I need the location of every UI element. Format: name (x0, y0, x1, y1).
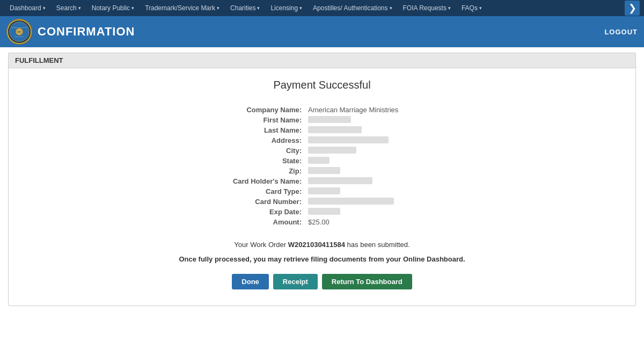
nav-charities-arrow: ▾ (257, 5, 260, 11)
nav-dashboard-label: Dashboard (10, 4, 41, 12)
nav-search[interactable]: Search ▾ (51, 0, 86, 16)
field-label-amount: Amount: (220, 217, 306, 227)
work-order-message: Your Work Order W2021030411584 has been … (25, 241, 619, 249)
done-button[interactable]: Done (232, 274, 269, 289)
payment-info-table: Company Name: American Marriage Ministri… (220, 105, 424, 227)
fulfillment-body: Payment Successful Company Name: America… (9, 68, 635, 306)
table-row: Card Holder's Name: (220, 176, 424, 186)
blurred-value (308, 198, 394, 205)
field-value-city (306, 146, 424, 156)
field-value-company: American Marriage Ministries (306, 105, 424, 115)
nav-charities-label: Charities (230, 4, 255, 12)
nav-trademark-label: Trademark/Service Mark (145, 4, 215, 12)
nav-dashboard[interactable]: Dashboard ▾ (4, 0, 51, 16)
field-value-state (306, 156, 424, 166)
top-navigation: Dashboard ▾ Search ▾ Notary Public ▾ Tra… (0, 0, 644, 16)
nav-notary-arrow: ▾ (131, 5, 134, 11)
fulfillment-container: FULFILLMENT Payment Successful Company N… (8, 53, 636, 306)
field-label-firstname: First Name: (220, 115, 306, 125)
blurred-value (308, 177, 372, 184)
blurred-value (308, 187, 340, 194)
nav-licensing-label: Licensing (270, 4, 298, 12)
nav-apostilles-arrow: ▾ (390, 5, 392, 11)
nav-notary-label: Notary Public (92, 4, 130, 12)
nav-apostilles[interactable]: Apostilles/ Authentications ▾ (308, 0, 397, 16)
table-row: Amount: $25.00 (220, 217, 424, 227)
nav-apostilles-label: Apostilles/ Authentications (313, 4, 387, 12)
field-label-address: Address: (220, 135, 306, 146)
field-value-cardtype (306, 186, 424, 197)
work-order-prefix: Your Work Order (234, 241, 288, 249)
nav-search-label: Search (56, 4, 77, 12)
field-label-cardholder: Card Holder's Name: (220, 176, 306, 186)
return-to-dashboard-button[interactable]: Return To Dashboard (322, 274, 412, 289)
field-label-city: City: (220, 146, 306, 156)
nav-right-scroll[interactable]: ❯ (625, 1, 640, 16)
field-label-zip: Zip: (220, 166, 306, 176)
field-value-cardnumber (306, 197, 424, 207)
nav-trademark[interactable]: Trademark/Service Mark ▾ (140, 0, 225, 16)
nav-faqs-label: FAQs (462, 4, 478, 12)
action-buttons: Done Receipt Return To Dashboard (25, 274, 619, 289)
blurred-value (308, 116, 351, 123)
field-value-address (306, 135, 424, 146)
table-row: Card Number: (220, 197, 424, 207)
field-value-zip (306, 166, 424, 176)
receipt-button[interactable]: Receipt (273, 274, 318, 289)
field-label-cardnumber: Card Number: (220, 197, 306, 207)
field-value-lastname (306, 125, 424, 135)
field-label-state: State: (220, 156, 306, 166)
logout-button[interactable]: LOGOUT (604, 28, 638, 36)
nav-notary-public[interactable]: Notary Public ▾ (86, 0, 140, 16)
table-row: Card Type: (220, 186, 424, 197)
table-row: Company Name: American Marriage Ministri… (220, 105, 424, 115)
blurred-value (308, 167, 340, 174)
svg-text:WV: WV (17, 31, 21, 33)
blurred-value (308, 208, 340, 215)
table-row: State: (220, 156, 424, 166)
nav-search-arrow: ▾ (78, 5, 81, 11)
field-value-amount: $25.00 (306, 217, 424, 227)
table-row: Exp Date: (220, 207, 424, 217)
page-header: SECRETARY OF STATE WEST VIRGINIA WV CONF… (0, 16, 644, 47)
field-label-expdate: Exp Date: (220, 207, 306, 217)
field-value-firstname (306, 115, 424, 125)
work-order-number: W2021030411584 (288, 241, 345, 249)
nav-licensing-arrow: ▾ (299, 5, 302, 11)
field-value-cardholder (306, 176, 424, 186)
payment-title: Payment Successful (25, 79, 619, 91)
field-label-company: Company Name: (220, 105, 306, 115)
once-processed-message: Once fully processed, you may retrieve f… (25, 255, 619, 263)
nav-dashboard-arrow: ▾ (43, 5, 46, 11)
state-seal-logo: SECRETARY OF STATE WEST VIRGINIA WV (6, 19, 32, 45)
svg-text:WEST VIRGINIA: WEST VIRGINIA (14, 36, 24, 38)
page-title: CONFIRMATION (38, 25, 135, 39)
nav-licensing[interactable]: Licensing ▾ (265, 0, 308, 16)
blurred-value (308, 126, 362, 133)
nav-trademark-arrow: ▾ (217, 5, 219, 11)
table-row: First Name: (220, 115, 424, 125)
table-row: Address: (220, 135, 424, 146)
blurred-value (308, 157, 330, 164)
field-label-lastname: Last Name: (220, 125, 306, 135)
work-order-suffix: has been submitted. (345, 241, 410, 249)
field-label-cardtype: Card Type: (220, 186, 306, 197)
table-row: Last Name: (220, 125, 424, 135)
nav-foia[interactable]: FOIA Requests ▾ (398, 0, 456, 16)
table-row: Zip: (220, 166, 424, 176)
nav-foia-label: FOIA Requests (403, 4, 447, 12)
nav-charities[interactable]: Charities ▾ (225, 0, 265, 16)
field-value-expdate (306, 207, 424, 217)
nav-faqs[interactable]: FAQs ▾ (456, 0, 487, 16)
nav-faqs-arrow: ▾ (479, 5, 482, 11)
blurred-value (308, 147, 356, 154)
blurred-value (308, 136, 389, 143)
fulfillment-header: FULFILLMENT (9, 53, 635, 68)
nav-foia-arrow: ▾ (448, 5, 451, 11)
table-row: City: (220, 146, 424, 156)
main-content: FULFILLMENT Payment Successful Company N… (0, 47, 644, 311)
